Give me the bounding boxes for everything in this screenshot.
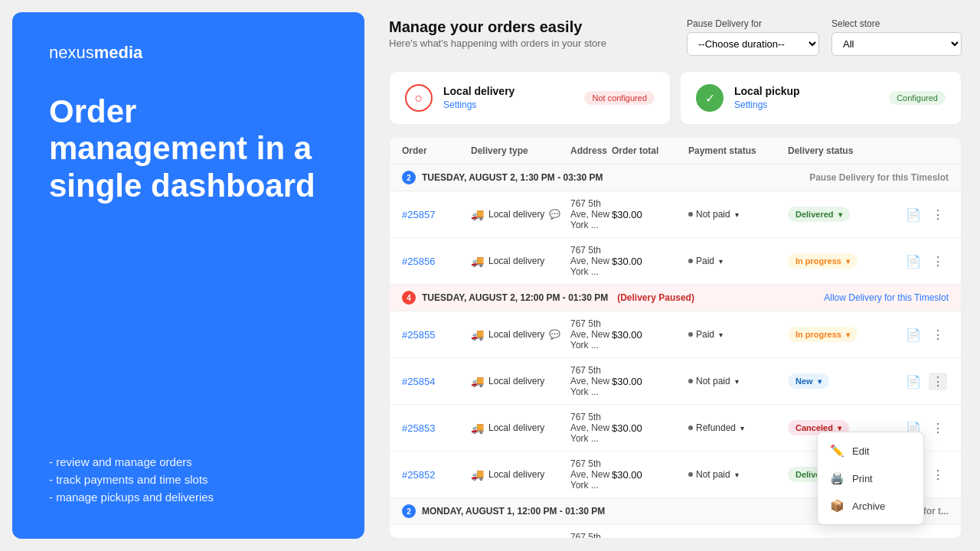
row-actions: 📄 ⋮ [903,206,949,223]
context-menu: ✏️ Edit 🖨️ Print 📦 Archive [817,432,924,525]
doc-button[interactable]: 📄 [903,373,924,390]
payment-status: Paid ▾ [688,256,788,266]
order-id[interactable]: #25857 [402,209,471,220]
chevron-down-icon: ▾ [735,377,739,386]
doc-button[interactable]: 📄 [903,253,924,270]
context-menu-edit[interactable]: ✏️ Edit [818,437,923,465]
doc-button[interactable]: 📄 [903,206,924,223]
status-cards: ○ Local delivery Settings Not configured… [389,71,962,125]
more-button-active[interactable]: ⋮ [929,373,947,390]
status-badge[interactable]: In progress ▾ [788,253,858,269]
chevron-down-icon: ▾ [719,257,723,266]
order-id[interactable]: #25854 [402,376,471,387]
more-button[interactable]: ⋮ [929,419,947,437]
logo-plain: nexus [49,43,94,62]
chat-icon: 💬 [549,329,560,340]
status-badge[interactable]: New ▾ [788,373,829,389]
delivery-type-label: Local delivery [488,469,544,480]
local-delivery-settings[interactable]: Settings [443,99,476,110]
delivery-type: 🚚Local delivery [471,255,570,267]
context-menu-edit-label: Edit [852,445,869,457]
chevron-down-icon: ▾ [740,424,744,432]
chevron-icon: ▾ [838,424,841,432]
local-pickup-settings[interactable]: Settings [734,99,767,110]
more-button[interactable]: ⋮ [929,206,947,223]
col-total: Order total [612,145,688,156]
dot-icon [688,379,693,383]
delivery-status-cell: In progress ▾ [788,253,903,269]
truck-icon: 🚚 [471,468,484,481]
local-delivery-card: ○ Local delivery Settings Not configured [389,71,671,125]
group-2-action[interactable]: Allow Delivery for this Timeslot [824,292,949,303]
logo-bold: media [94,43,143,62]
order-id[interactable]: #25856 [402,256,471,267]
order-total: $30.00 [612,329,688,341]
table-row: #25851 🚚Local delivery 767 5th Ave, New … [390,525,961,539]
select-store-label: Select store [831,18,962,29]
chevron-down-icon: ▾ [719,331,723,339]
chevron-icon: ▾ [846,331,850,339]
order-total: $30.00 [612,422,688,434]
group-header-1: 2 TUESDAY, AUGUST 2, 1:30 PM - 03:30 PM … [390,165,961,191]
select-store-control: Select store All [831,18,962,56]
dot-icon [688,259,693,263]
more-button[interactable]: ⋮ [929,466,947,484]
local-delivery-info: Local delivery Settings [443,85,514,111]
table-row: #25855 🚚Local delivery💬 767 5th Ave, New… [390,311,961,358]
status-badge[interactable]: Delivered ▾ [788,207,850,222]
delivery-status-cell: Delivered ▾ [788,207,903,222]
group-1-label: TUESDAY, AUGUST 2, 1:30 PM - 03:30 PM [422,172,603,183]
local-pickup-badge: Configured [889,91,946,105]
sidebar-headline: Order management in a single dashboard [49,93,328,204]
payment-status: Not paid ▾ [688,209,788,220]
order-total: $30.00 [612,256,688,267]
group-3-label: MONDAY, AUGUST 1, 12:00 PM - 01:30 PM [422,506,605,517]
pause-delivery-select[interactable]: --Choose duration-- [687,32,819,56]
truck-icon: 🚚 [471,328,484,341]
local-delivery-title: Local delivery [443,85,514,97]
sidebar-features: - review and manage orders- track paymen… [49,455,328,508]
context-menu-print[interactable]: 🖨️ Print [818,465,923,492]
context-menu-archive[interactable]: 📦 Archive [818,492,923,520]
order-total: $30.00 [612,469,688,481]
table-row: #25857 🚚Local delivery💬 767 5th Ave, New… [390,191,961,238]
more-button[interactable]: ⋮ [929,326,947,344]
main-content: Manage your orders easily Here's what's … [377,0,980,551]
local-delivery-icon: ○ [405,84,433,112]
doc-button[interactable]: 📄 [903,326,924,344]
group-2-label: TUESDAY, AUGUST 2, 12:00 PM - 01:30 PM [422,292,608,303]
order-id[interactable]: #25853 [402,422,471,434]
group-3-badge: 2 [402,504,416,518]
select-store-select[interactable]: All [831,32,962,56]
order-id[interactable]: #25852 [402,469,471,481]
more-button[interactable]: ⋮ [929,253,947,270]
top-bar: Manage your orders easily Here's what's … [389,18,962,56]
delivery-status-cell: In progress ▾ [788,327,903,342]
col-actions [903,145,949,156]
chat-icon: 💬 [549,209,560,220]
delivery-type-label: Local delivery [488,422,544,433]
logo: nexusmedia [49,43,328,63]
order-id[interactable]: #25855 [402,329,471,341]
group-1-action[interactable]: Pause Delivery for this Timeslot [809,172,949,183]
col-delivery-type: Delivery type [471,145,570,156]
group-header-2: 4 TUESDAY, AUGUST 2, 12:00 PM - 01:30 PM… [390,285,961,311]
payment-status: Not paid ▾ [688,376,788,386]
group-2-badge: 4 [402,291,416,305]
truck-icon: 🚚 [471,208,484,220]
col-address: Address [570,145,612,156]
row-actions: 📄 ⋮ [903,326,949,344]
table-row: #25854 🚚Local delivery 767 5th Ave, New … [390,358,961,405]
col-order: Order [402,145,471,156]
top-bar-right: Pause Delivery for --Choose duration-- S… [687,18,962,56]
context-menu-archive-label: Archive [852,500,885,512]
archive-icon: 📦 [830,499,844,513]
table-header: Order Delivery type Address Order total … [390,138,961,165]
edit-icon: ✏️ [830,444,844,458]
address: 767 5th Ave, New York ... [570,458,612,491]
table-row: #25856 🚚Local delivery 767 5th Ave, New … [390,238,961,285]
address: 767 5th Ave, New York ... [570,532,612,539]
dot-icon [688,472,693,477]
chevron-icon: ▾ [846,257,850,266]
status-badge[interactable]: In progress ▾ [788,327,858,342]
